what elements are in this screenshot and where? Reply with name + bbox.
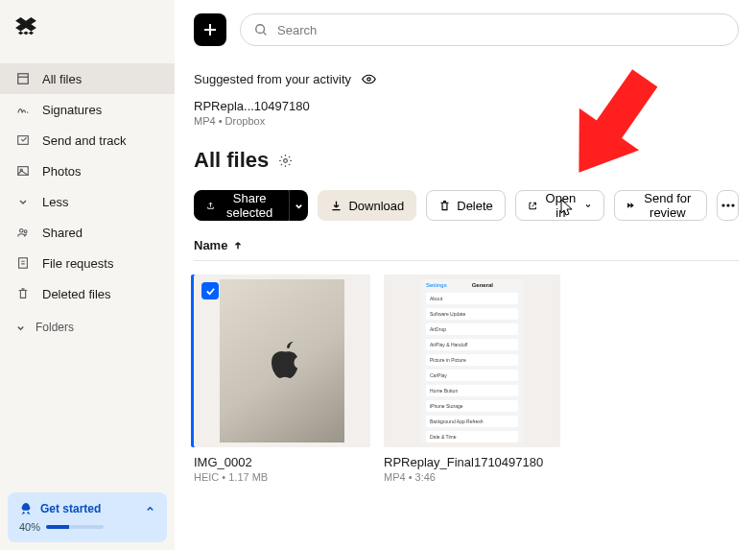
file-tile[interactable]: IMG_0002 HEIC • 1.17 MB bbox=[194, 275, 370, 483]
check-icon bbox=[205, 286, 216, 297]
file-thumbnail[interactable] bbox=[194, 275, 370, 447]
ipad-preview bbox=[220, 279, 344, 442]
download-button[interactable]: Download bbox=[318, 190, 416, 221]
signature-icon bbox=[15, 102, 31, 117]
column-name-label: Name bbox=[194, 238, 227, 252]
svg-rect-0 bbox=[18, 74, 29, 84]
action-toolbar: Share selected Download Delete Open in S… bbox=[194, 190, 739, 221]
iphone-preview: SettingsGeneral About Software Update Ai… bbox=[420, 279, 524, 442]
file-thumbnail[interactable]: SettingsGeneral About Software Update Ai… bbox=[384, 275, 560, 447]
more-actions-button[interactable] bbox=[717, 190, 739, 221]
share-label: Share selected bbox=[221, 191, 278, 220]
share-selected-button[interactable]: Share selected bbox=[194, 190, 289, 221]
chevron-up-icon bbox=[145, 504, 155, 514]
share-icon bbox=[206, 200, 215, 212]
chevron-down-icon bbox=[15, 323, 26, 333]
download-label: Download bbox=[348, 199, 404, 213]
folders-label: Folders bbox=[35, 321, 74, 334]
sort-asc-icon bbox=[233, 241, 243, 251]
svg-rect-7 bbox=[19, 258, 28, 269]
people-icon bbox=[15, 225, 31, 240]
svg-point-11 bbox=[721, 203, 724, 206]
svg-point-10 bbox=[284, 158, 288, 162]
send-icon bbox=[15, 132, 31, 148]
sidebar-item-label: Deleted files bbox=[42, 287, 111, 301]
gear-icon[interactable] bbox=[278, 154, 293, 168]
svg-rect-2 bbox=[18, 136, 29, 145]
suggested-label: Suggested from your activity bbox=[194, 72, 351, 86]
delete-label: Delete bbox=[457, 199, 493, 213]
svg-point-5 bbox=[20, 229, 24, 233]
file-name: IMG_0002 bbox=[194, 455, 370, 469]
sidebar-item-label: Photos bbox=[42, 164, 81, 179]
main-content: Search Suggested from your activity RPRe… bbox=[175, 0, 756, 550]
chevron-down-icon bbox=[15, 194, 31, 209]
suggestion-card[interactable]: RPRepla...10497180 MP4 • Dropbox bbox=[194, 99, 739, 127]
files-icon bbox=[15, 71, 31, 86]
rocket-icon bbox=[19, 502, 33, 515]
file-name: RPReplay_Final1710497180 bbox=[384, 455, 560, 469]
svg-point-8 bbox=[256, 25, 265, 34]
open-icon bbox=[528, 200, 537, 212]
search-placeholder: Search bbox=[277, 23, 317, 37]
sidebar-item-label: All files bbox=[42, 72, 82, 86]
get-started-percent: 40% bbox=[19, 521, 40, 533]
selection-checkbox[interactable] bbox=[201, 282, 219, 299]
get-started-label: Get started bbox=[40, 502, 101, 515]
delete-button[interactable]: Delete bbox=[426, 190, 506, 221]
chevron-down-icon bbox=[584, 201, 592, 210]
file-tile[interactable]: SettingsGeneral About Software Update Ai… bbox=[384, 275, 560, 483]
add-button[interactable] bbox=[194, 13, 226, 46]
plus-icon bbox=[202, 22, 218, 37]
suggestion-meta: MP4 • Dropbox bbox=[194, 115, 739, 127]
forward-icon bbox=[626, 199, 635, 212]
sidebar-nav: All files Signatures Send and track Phot… bbox=[0, 63, 175, 309]
trash-icon bbox=[438, 200, 451, 212]
svg-point-13 bbox=[731, 203, 734, 206]
download-icon bbox=[330, 200, 343, 212]
get-started-card[interactable]: Get started 40% bbox=[8, 492, 167, 542]
sidebar: All files Signatures Send and track Phot… bbox=[0, 0, 175, 550]
chevron-down-icon bbox=[294, 201, 304, 211]
apple-logo-icon bbox=[263, 338, 301, 384]
sidebar-item-label: File requests bbox=[42, 256, 113, 271]
sidebar-item-signatures[interactable]: Signatures bbox=[0, 94, 175, 125]
sidebar-item-all-files[interactable]: All files bbox=[0, 63, 175, 94]
sidebar-item-less[interactable]: Less bbox=[0, 186, 175, 217]
svg-point-6 bbox=[24, 230, 27, 233]
sidebar-item-label: Signatures bbox=[42, 103, 102, 117]
sidebar-item-deleted[interactable]: Deleted files bbox=[0, 278, 175, 309]
send-review-label: Send for review bbox=[640, 191, 695, 220]
progress-bar bbox=[46, 525, 104, 529]
sidebar-item-photos[interactable]: Photos bbox=[0, 155, 175, 186]
sidebar-item-send-track[interactable]: Send and track bbox=[0, 125, 175, 155]
dropbox-logo bbox=[15, 17, 175, 40]
search-input[interactable]: Search bbox=[240, 13, 739, 46]
photos-icon bbox=[15, 163, 31, 179]
sidebar-item-label: Less bbox=[42, 195, 68, 209]
sidebar-item-label: Shared bbox=[42, 226, 83, 240]
share-dropdown-button[interactable] bbox=[289, 190, 308, 221]
send-for-review-button[interactable]: Send for review bbox=[614, 190, 708, 221]
svg-point-12 bbox=[726, 203, 729, 206]
open-in-button[interactable]: Open in bbox=[515, 190, 604, 221]
suggestion-title: RPRepla...10497180 bbox=[194, 99, 739, 113]
open-in-label: Open in bbox=[543, 191, 578, 220]
file-meta: HEIC • 1.17 MB bbox=[194, 471, 370, 483]
column-header-name[interactable]: Name bbox=[194, 238, 739, 252]
trash-icon bbox=[15, 286, 31, 301]
ellipsis-icon bbox=[721, 203, 735, 207]
divider bbox=[194, 260, 739, 261]
sidebar-folders-toggle[interactable]: Folders bbox=[0, 309, 175, 346]
svg-point-9 bbox=[367, 78, 370, 81]
sidebar-item-file-requests[interactable]: File requests bbox=[0, 248, 175, 278]
file-meta: MP4 • 3:46 bbox=[384, 471, 560, 483]
sidebar-item-label: Send and track bbox=[42, 133, 126, 148]
eye-icon[interactable] bbox=[361, 71, 377, 87]
search-icon bbox=[254, 23, 268, 36]
page-title: All files bbox=[194, 148, 269, 173]
file-grid: IMG_0002 HEIC • 1.17 MB SettingsGeneral … bbox=[194, 275, 739, 483]
request-icon bbox=[15, 255, 31, 271]
sidebar-item-shared[interactable]: Shared bbox=[0, 217, 175, 248]
